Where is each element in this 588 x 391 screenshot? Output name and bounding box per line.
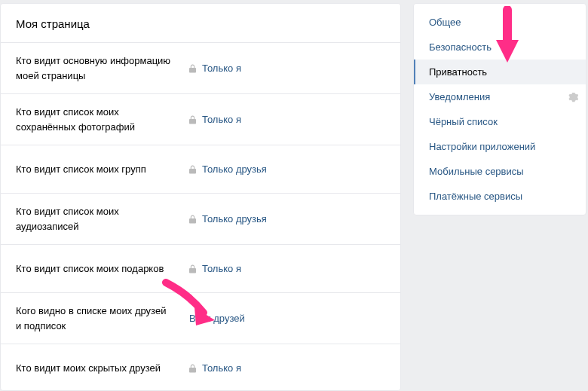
setting-label: Кто видит список моих аудиозаписей [16,204,189,234]
privacy-setting-row: Кого видно в списке моих друзей и подпис… [1,292,400,344]
gear-icon[interactable] [568,92,578,102]
setting-value-dropdown[interactable]: Только друзья [189,213,267,225]
setting-label: Кто видит основную информацию моей стран… [16,53,189,83]
lock-icon [189,364,196,373]
sidebar-item[interactable]: Настройки приложений [414,134,586,159]
sidebar-item-label: Настройки приложений [429,141,535,152]
sidebar-item-label: Общее [429,17,461,28]
setting-value-dropdown[interactable]: Только друзья [189,163,267,175]
setting-value-dropdown[interactable]: Только я [189,362,241,374]
sidebar-item-label: Приватность [429,66,487,78]
setting-value-dropdown[interactable]: Только я [189,114,241,125]
lock-icon [189,165,196,174]
sidebar-item[interactable]: Чёрный список [414,109,586,134]
sidebar-item[interactable]: Безопасность [414,35,586,60]
privacy-setting-row: Кто видит список моих аудиозаписейТолько… [1,193,400,244]
privacy-setting-row: Кто видит список моих сохранённых фотогр… [1,93,400,145]
sidebar-item[interactable]: Приватность [414,60,586,84]
lock-icon [189,264,196,273]
privacy-setting-row: Кто видит список моих подарковТолько я [1,244,400,292]
lock-icon [189,115,196,124]
sidebar-item[interactable]: Уведомления [414,84,586,109]
setting-value-dropdown[interactable]: Только я [189,63,241,74]
setting-value-dropdown[interactable]: Только я [189,263,241,274]
privacy-setting-row: Кто видит моих скрытых друзейТолько я [1,344,400,391]
privacy-setting-row: Кто видит список моих группТолько друзья [1,145,400,193]
privacy-settings-panel: Моя страница Кто видит основную информац… [0,3,401,391]
setting-label: Кого видно в списке моих друзей и подпис… [16,304,189,333]
sidebar-item[interactable]: Мобильные сервисы [414,159,586,184]
lock-icon [189,64,196,73]
sidebar-item[interactable]: Платёжные сервисы [414,184,586,209]
lock-icon [189,215,196,224]
sidebar-item-label: Уведомления [429,91,490,102]
privacy-setting-row: Кто видит основную информацию моей стран… [1,42,400,93]
sidebar-item[interactable]: Общее [414,10,586,35]
setting-value-dropdown[interactable]: Всех друзей [189,313,245,324]
sidebar-item-label: Мобильные сервисы [429,166,524,177]
setting-label: Кто видит список моих сохранённых фотогр… [16,105,189,134]
settings-sidebar: ОбщееБезопасностьПриватностьУведомленияЧ… [413,3,586,215]
sidebar-item-label: Чёрный список [429,116,498,127]
page-title: Моя страница [1,4,400,42]
setting-label: Кто видит моих скрытых друзей [16,361,189,376]
setting-label: Кто видит список моих подарков [16,261,189,276]
sidebar-item-label: Безопасность [429,41,492,53]
sidebar-item-label: Платёжные сервисы [429,191,522,202]
setting-label: Кто видит список моих групп [16,162,189,177]
